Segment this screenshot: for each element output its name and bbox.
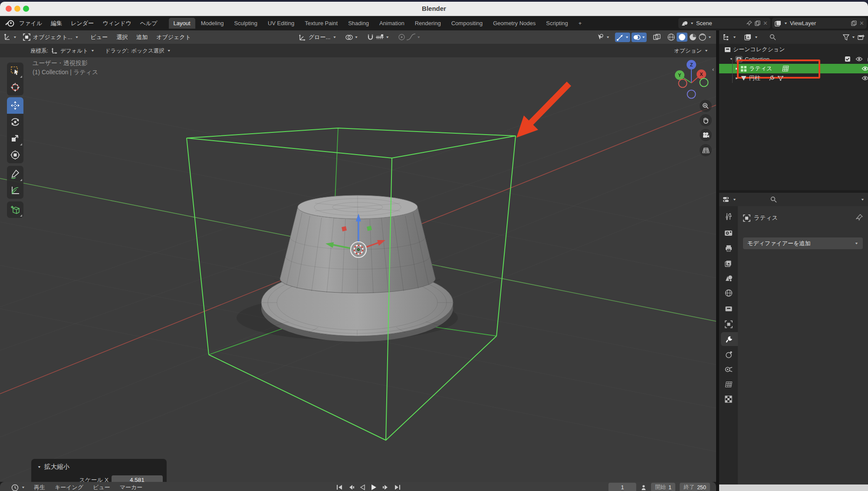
proportional-editing-icon[interactable] — [398, 33, 405, 41]
proportional-falloff-icon[interactable] — [406, 33, 416, 41]
current-frame-field[interactable]: 1 — [608, 483, 636, 491]
timeline-menu-keying[interactable]: キーイング — [55, 484, 83, 491]
pan-view-button[interactable] — [700, 114, 712, 126]
tab-world[interactable] — [719, 286, 738, 300]
chevron-down-icon[interactable]: ▼ — [167, 49, 171, 53]
tab-modifiers[interactable] — [721, 332, 738, 346]
chevron-down-icon[interactable]: ▼ — [385, 36, 389, 39]
coord-system-dropdown[interactable]: デフォルト — [60, 47, 88, 55]
disclosure-triangle-icon[interactable]: ▶ — [736, 67, 738, 70]
play-reverse-icon[interactable] — [360, 484, 365, 490]
show-gizmo-toggle[interactable]: ▼ — [615, 33, 630, 42]
collapse-region-arrow[interactable]: ‹ — [712, 66, 714, 72]
hide-eye-icon[interactable] — [861, 66, 868, 71]
zoom-view-button[interactable] — [700, 100, 712, 112]
jump-to-start-icon[interactable] — [336, 484, 343, 490]
tab-texture[interactable] — [719, 392, 738, 406]
shading-material-icon[interactable] — [689, 33, 697, 41]
unlink-scene-icon[interactable]: ✕ — [763, 20, 768, 26]
chevron-down-icon[interactable]: ▼ — [704, 49, 708, 53]
search-icon[interactable] — [769, 34, 776, 40]
menu-edit[interactable]: 編集 — [46, 18, 66, 29]
search-icon[interactable] — [770, 196, 777, 203]
chevron-down-icon[interactable]: ▼ — [733, 36, 736, 39]
menu-help[interactable]: ヘルプ — [136, 18, 162, 29]
snap-target-icon[interactable] — [375, 34, 385, 41]
menu-file[interactable]: ファイル — [15, 18, 46, 29]
display-mode-icon[interactable] — [744, 34, 752, 40]
tab-output[interactable] — [719, 241, 738, 255]
toggle-xray-icon[interactable] — [653, 33, 661, 41]
camera-view-button[interactable] — [700, 129, 712, 141]
workspace-tab-scripting[interactable]: Scripting — [541, 18, 573, 29]
tool-measure[interactable] — [7, 182, 23, 199]
tool-select-box[interactable] — [7, 63, 23, 79]
pivot-point-icon[interactable] — [345, 33, 353, 41]
timeline-menu-view[interactable]: ビュー — [93, 484, 110, 491]
tool-rotate[interactable] — [7, 114, 23, 130]
scale-x-field[interactable]: 4.581 — [112, 475, 163, 482]
viewlayer-selector[interactable]: ▼ ViewLayer ✕ — [772, 18, 867, 29]
menu-render[interactable]: レンダー — [66, 18, 98, 29]
pin-icon[interactable] — [746, 20, 752, 26]
new-collection-icon[interactable] — [858, 34, 865, 40]
keying-set-icon[interactable] — [641, 484, 647, 491]
tab-render[interactable] — [719, 226, 738, 240]
tab-scene[interactable] — [719, 271, 738, 285]
blender-logo-icon[interactable] — [5, 20, 15, 27]
tab-view-layer[interactable] — [719, 257, 738, 270]
frame-start-field[interactable]: 開始 1 — [651, 483, 675, 491]
viewport-menu-object[interactable]: オブジェクト — [152, 33, 195, 41]
drag-mode-dropdown[interactable]: ボックス選択 — [132, 47, 164, 55]
new-viewlayer-icon[interactable] — [851, 20, 857, 26]
disclosure-triangle-icon[interactable]: ▶ — [736, 76, 738, 79]
tab-physics[interactable] — [719, 348, 738, 362]
editor-divider[interactable] — [716, 30, 719, 491]
row-cylinder[interactable]: ▶ 円柱 — [719, 73, 868, 83]
row-scene-collection[interactable]: シーンコレクション — [719, 45, 868, 54]
hide-eye-icon[interactable] — [861, 76, 868, 81]
perspective-toggle-button[interactable] — [700, 144, 712, 156]
tool-move[interactable] — [7, 97, 23, 114]
chevron-down-icon[interactable]: ▼ — [606, 36, 610, 39]
editor-type-3d-viewport-icon[interactable] — [3, 33, 12, 41]
add-modifier-dropdown[interactable]: モディファイアーを追加 ▼ — [743, 237, 863, 249]
options-dropdown[interactable]: オプション — [674, 47, 702, 55]
exclude-checkbox-icon[interactable] — [845, 56, 851, 62]
chevron-down-icon[interactable]: ▼ — [13, 36, 17, 39]
show-overlays-toggle[interactable]: ▼ — [631, 33, 647, 42]
tab-collection[interactable] — [719, 302, 738, 316]
editor-type-timeline-icon[interactable] — [11, 484, 19, 491]
filter-icon[interactable] — [843, 34, 849, 40]
previous-keyframe-icon[interactable] — [348, 484, 355, 490]
frame-end-field[interactable]: 終了 250 — [680, 483, 710, 491]
operator-panel-header[interactable]: ▼ 拡大縮小 — [37, 463, 69, 471]
viewport-menu-view[interactable]: ビュー — [87, 33, 112, 41]
tab-constraints[interactable] — [719, 362, 738, 376]
tab-object-data[interactable] — [719, 377, 738, 391]
viewport-menu-add[interactable]: 追加 — [132, 33, 151, 41]
remove-viewlayer-icon[interactable]: ✕ — [859, 20, 864, 26]
timeline-menu-marker[interactable]: マーカー — [120, 484, 143, 491]
workspace-tab-texture-paint[interactable]: Texture Paint — [300, 18, 342, 29]
snap-magnet-icon[interactable] — [367, 33, 374, 41]
chevron-down-icon[interactable]: ▼ — [754, 36, 758, 39]
row-lattice[interactable]: ▶ ラティス — [719, 64, 868, 73]
object-visibility-icon[interactable] — [596, 33, 605, 41]
navigation-gizmo[interactable]: Z Y X — [668, 59, 716, 107]
mode-selector[interactable]: オブジェクト... — [31, 33, 74, 41]
tab-object[interactable] — [719, 317, 738, 331]
workspace-tab-compositing[interactable]: Compositing — [447, 18, 487, 29]
workspace-tab-uv-editing[interactable]: UV Editing — [263, 18, 299, 29]
tool-add-cube[interactable] — [7, 201, 23, 218]
row-collection[interactable]: ▼ Collection — [719, 54, 868, 64]
add-workspace-button[interactable]: + — [574, 18, 587, 29]
timeline-menu-playback[interactable]: 再生 — [34, 484, 45, 491]
workspace-tab-shading[interactable]: Shading — [343, 18, 374, 29]
chevron-down-icon[interactable]: ▼ — [75, 36, 79, 39]
breadcrumb-object-name[interactable]: ラティス — [754, 214, 778, 222]
shading-wireframe-icon[interactable] — [667, 33, 675, 41]
orientation-selector[interactable]: グロー... — [307, 33, 332, 41]
hide-eye-icon[interactable] — [855, 56, 863, 62]
pin-id-icon[interactable] — [856, 214, 863, 221]
